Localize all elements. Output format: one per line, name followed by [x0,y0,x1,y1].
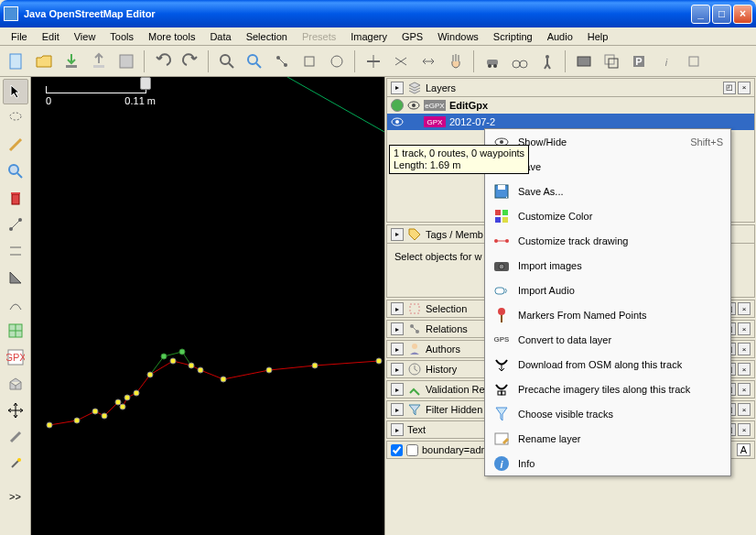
more-tools[interactable]: >> [3,484,28,509]
collapse-button[interactable]: ▸ [391,228,404,241]
building-tool[interactable] [3,371,28,397]
tool-button-3[interactable] [324,49,350,74]
maximize-button[interactable]: □ [712,5,731,24]
cm-markers[interactable]: Markers From Named Points [485,302,730,327]
delete-tool[interactable] [3,185,28,211]
tool-button-2[interactable] [297,49,322,74]
cm-convert[interactable]: GPS Convert to data layer [485,327,730,352]
menu-moretools[interactable]: More tools [141,29,202,44]
extrude-tool[interactable] [3,212,28,237]
download-button[interactable] [59,49,84,74]
imagery-button[interactable] [571,49,597,74]
menu-imagery[interactable]: Imagery [343,29,394,44]
pan-button[interactable] [443,49,469,74]
panel-close[interactable]: × [738,302,751,315]
filter-mode[interactable]: A [737,443,751,456]
menu-gps[interactable]: GPS [394,29,430,44]
panel-close[interactable]: × [738,363,751,376]
search-button[interactable] [214,49,240,74]
menu-edit[interactable]: Edit [35,29,67,44]
lasso-tool[interactable] [3,105,28,131]
panel-close[interactable]: × [738,322,751,335]
save-button[interactable] [113,49,139,74]
info-button[interactable]: i [653,49,679,74]
menu-selection[interactable]: Selection [239,29,295,44]
redo-button[interactable] [178,49,203,74]
offset-button[interactable] [599,49,624,74]
panel-detach[interactable]: ◰ [723,82,736,94]
paint-tool[interactable] [3,424,28,450]
new-button[interactable] [4,49,29,74]
svg-rect-15 [487,60,498,65]
foot-button[interactable] [535,49,560,74]
eye-icon [407,99,420,112]
map-view[interactable]: 0 0.11 m [31,77,384,535]
undo-button[interactable] [150,49,176,74]
filter-hide-checkbox[interactable] [406,444,418,456]
cm-trackdraw[interactable]: Customize track drawing [485,228,730,253]
cm-choosetracks[interactable]: Choose visible tracks [485,401,730,426]
layer-row-editgpx[interactable]: eGPX EditGpx [387,97,754,114]
cm-download[interactable]: Download from OSM along this track [485,352,730,377]
angle-tool[interactable] [3,265,28,290]
menu-data[interactable]: Data [202,29,238,44]
bike-button[interactable] [507,49,533,74]
cm-importaudio[interactable]: Import Audio [485,278,730,302]
menu-help[interactable]: Help [580,29,616,44]
layer-visible-icon[interactable] [391,99,404,112]
improve-tool[interactable] [3,291,28,317]
cm-info[interactable]: i Info [485,451,730,475]
menu-scripting[interactable]: Scripting [486,29,540,44]
menu-view[interactable]: View [67,29,103,44]
filter-enable-checkbox[interactable] [391,444,403,456]
preset-search-button[interactable] [242,49,267,74]
draw-tool[interactable] [3,132,28,158]
svg-point-72 [395,120,399,124]
select-tool[interactable] [3,79,28,104]
split-way-button[interactable] [361,49,386,74]
minimize-button[interactable]: _ [691,5,710,24]
upload-button[interactable] [86,49,112,74]
menu-audio[interactable]: Audio [540,29,580,44]
menu-windows[interactable]: Windows [430,29,486,44]
expand-button[interactable]: ▸ [391,383,404,396]
expand-button[interactable]: ▸ [391,423,404,436]
move-tool[interactable] [3,398,28,423]
expand-button[interactable]: ▸ [391,302,404,315]
expand-button[interactable]: ▸ [391,322,404,335]
cm-precache[interactable]: Precache imagery tiles along this track [485,377,730,401]
combine-way-button[interactable] [388,49,414,74]
close-button[interactable]: × [733,5,752,24]
parking-button[interactable]: P [626,49,652,74]
panel-close[interactable]: × [738,343,751,355]
expand-button[interactable]: ▸ [391,403,404,416]
menu-file[interactable]: File [4,29,35,44]
expand-button[interactable] [681,49,707,74]
zoom-tool[interactable] [3,158,28,184]
cm-importimg[interactable]: Import images [485,253,730,278]
map-tool[interactable] [3,318,28,344]
svg-rect-99 [502,391,505,395]
svg-text:P: P [635,56,642,67]
cm-color[interactable]: Customize Color [485,203,730,228]
panel-close[interactable]: × [738,383,751,396]
svg-point-20 [545,55,549,59]
car-button[interactable] [480,49,505,74]
wand-tool[interactable] [3,451,28,476]
parallel-tool[interactable] [3,238,28,264]
panel-close[interactable]: × [738,423,751,436]
svg-point-54 [102,413,107,419]
panel-close[interactable]: × [738,82,751,94]
panel-close[interactable]: × [738,403,751,416]
open-button[interactable] [31,49,57,74]
layer-visible-icon[interactable] [391,115,404,128]
reverse-way-button[interactable] [416,49,441,74]
cm-rename[interactable]: Rename layer [485,426,730,451]
expand-button[interactable]: ▸ [391,343,404,355]
cm-saveas[interactable]: .. Save As... [485,179,730,203]
collapse-button[interactable]: ▸ [391,82,404,94]
expand-button[interactable]: ▸ [391,363,404,376]
tool-button-1[interactable] [269,49,295,74]
editgpx-tool[interactable]: GPX [3,344,28,370]
menu-tools[interactable]: Tools [103,29,141,44]
